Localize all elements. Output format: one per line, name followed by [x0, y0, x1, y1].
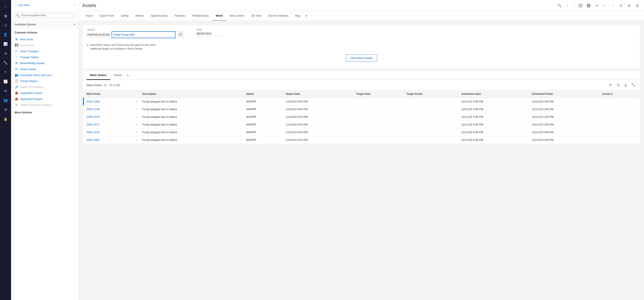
- undo-toolbar-button[interactable]: ↩: [593, 2, 600, 9]
- sidebar-collapse-icon[interactable]: ›: [74, 3, 75, 7]
- application-export-action[interactable]: 📤 Application Export: [14, 96, 75, 102]
- tab-relationships[interactable]: Relationships: [189, 11, 212, 21]
- clear-changes-action[interactable]: ↩ Clear Changes: [14, 48, 75, 54]
- print-button[interactable]: 🖨: [626, 2, 632, 9]
- description-column-header[interactable]: Description: [140, 90, 244, 98]
- tab-meters[interactable]: Meters: [132, 11, 147, 21]
- create-report-action[interactable]: 📋 Create Report: [14, 78, 75, 84]
- associate-users-action[interactable]: 👥 Associate Users and Cus...: [14, 72, 75, 78]
- move-modify-action[interactable]: ⚙ Move/Modify Assets: [14, 60, 75, 66]
- asset-name-input[interactable]: [112, 31, 176, 38]
- tab-work[interactable]: Work: [212, 11, 226, 21]
- actual-s-column-header[interactable]: Actual S: [600, 90, 640, 98]
- status-date-column-header[interactable]: Status Date: [283, 90, 354, 98]
- tabs-more-button[interactable]: ▾: [304, 11, 309, 21]
- tab-asset[interactable]: Asset: [82, 11, 96, 21]
- tools-icon[interactable]: 🔧: [1, 58, 10, 67]
- scheduled-finish-column-header[interactable]: Scheduled Finish: [529, 90, 600, 98]
- asset-id-value: PMPDEVICE005: [87, 32, 110, 38]
- expand-row-icon[interactable]: ›: [136, 116, 137, 118]
- dashboard-icon[interactable]: ▦: [1, 12, 10, 20]
- table-row[interactable]: DHD-1046›Pump stopped due to failureWAPP…: [83, 106, 640, 113]
- expand-cell[interactable]: ›: [134, 113, 140, 121]
- forward-nav-button[interactable]: →: [610, 2, 616, 9]
- table-row[interactable]: DHD-1076›Pump stopped due to failureWAPP…: [83, 113, 640, 121]
- work-orders-tab[interactable]: Work Orders: [86, 71, 110, 80]
- expand-cell[interactable]: ›: [134, 136, 140, 144]
- table-row[interactable]: DHD-1071›Pump stopped due to failureWAPP…: [83, 121, 640, 128]
- print2-button[interactable]: 🖨: [634, 2, 640, 9]
- download-button[interactable]: [623, 82, 629, 88]
- expand-cell[interactable]: ›: [134, 106, 140, 113]
- filter-button[interactable]: [607, 82, 613, 88]
- work-orders-count: Work Orders (1 - 20 of 20): [86, 84, 120, 87]
- actual-s-cell: [600, 106, 640, 113]
- targetStart-cell: [354, 98, 404, 106]
- table-row[interactable]: DHD-1056›Pump stopped due to failureWAPP…: [83, 98, 640, 106]
- work-order-cell[interactable]: DHD-1076: [84, 113, 134, 121]
- work-tabs-more-button[interactable]: ▾: [126, 71, 130, 80]
- asset-lookup-button[interactable]: [177, 31, 184, 38]
- back-arrow-icon: ←: [14, 4, 17, 7]
- expand-row-icon[interactable]: ›: [136, 108, 137, 111]
- expand-cell[interactable]: ›: [134, 121, 140, 128]
- tab-service-address[interactable]: Service Address: [265, 11, 292, 21]
- status-cell: WAPPR: [244, 128, 283, 136]
- work-order-cell[interactable]: DHD-1043: [84, 128, 134, 136]
- work-order-cell[interactable]: DHD-1046: [84, 106, 134, 113]
- tab-map[interactable]: Map: [292, 11, 304, 21]
- available-queries[interactable]: Available Queries ▾: [11, 21, 78, 28]
- target-finish-column-header[interactable]: Target Finish: [404, 90, 459, 98]
- view-work-details-button[interactable]: View Work Details: [346, 55, 377, 62]
- chart-icon[interactable]: 📊: [1, 40, 10, 48]
- grid-icon[interactable]: ⊞: [1, 105, 10, 114]
- work-order-column-header[interactable]: Work Order: [84, 90, 134, 98]
- change-status-action[interactable]: ⋮ Change Status: [14, 54, 75, 60]
- analytics-icon[interactable]: 📈: [1, 77, 10, 86]
- overflow-menu-button[interactable]: ⋮: [564, 2, 571, 9]
- history-toolbar-button[interactable]: ◷: [618, 2, 624, 9]
- back-nav-button[interactable]: ←: [602, 2, 608, 9]
- tab-safety[interactable]: Safety: [117, 11, 132, 21]
- expand-cell[interactable]: ›: [134, 98, 140, 106]
- tickets-tab[interactable]: Tickets: [110, 71, 126, 80]
- swap-assets-action[interactable]: ⟳ Swap Assets: [14, 66, 75, 72]
- tab-spare-parts[interactable]: Spare Parts: [96, 11, 118, 21]
- home-icon[interactable]: ⌂: [1, 2, 10, 11]
- save-toolbar-button[interactable]: [585, 2, 592, 9]
- lock-icon[interactable]: 🔒: [1, 115, 10, 123]
- users-icon[interactable]: 👥: [1, 96, 10, 104]
- work-order-cell[interactable]: DHD-1071: [84, 121, 134, 128]
- list-view-back[interactable]: ← List View: [14, 4, 30, 7]
- list-icon[interactable]: ≡: [1, 68, 10, 76]
- work-order-cell[interactable]: DHD-1064: [84, 136, 134, 144]
- scheduled-start-column-header[interactable]: Scheduled Start: [459, 90, 529, 98]
- filter-add-button[interactable]: [615, 82, 621, 88]
- add-button[interactable]: [577, 2, 584, 9]
- user-icon[interactable]: 👤: [1, 30, 10, 39]
- work-order-cell[interactable]: DHD-1056: [84, 98, 134, 106]
- expand-row-icon[interactable]: ›: [136, 123, 137, 126]
- expand-row-icon[interactable]: ›: [136, 100, 137, 103]
- tab-features[interactable]: Features: [171, 11, 189, 21]
- tab-work-zones[interactable]: Work Zones: [226, 11, 248, 21]
- tag-icon[interactable]: ⊕: [1, 49, 10, 58]
- expand-row-icon[interactable]: ›: [136, 139, 137, 141]
- history-icon[interactable]: ◷: [1, 21, 10, 30]
- tab-specifications[interactable]: Specifications: [147, 11, 171, 21]
- tab-3d-view[interactable]: 3D View: [248, 11, 265, 21]
- new-asset-action[interactable]: ⊕ New Asset: [14, 36, 75, 42]
- expand-button[interactable]: [630, 82, 636, 88]
- targetStart-cell: [354, 106, 404, 113]
- search-button[interactable]: 🔍: [556, 2, 563, 9]
- application-import-action[interactable]: 📥 Application Import: [14, 90, 75, 96]
- sidebar-search-input[interactable]: [14, 12, 75, 18]
- expand-row-icon[interactable]: ›: [136, 131, 137, 134]
- sidebar: ← List View › 🔍 Available Queries ▾ Comm…: [11, 0, 79, 300]
- table-row[interactable]: DHD-1064›Pump stopped due to failureWAPP…: [83, 136, 640, 144]
- target-start-column-header[interactable]: Target Start: [354, 90, 404, 98]
- expand-cell[interactable]: ›: [134, 128, 140, 136]
- status-column-header[interactable]: Status: [244, 90, 283, 98]
- table-row[interactable]: DHD-1043›Pump stopped due to failureWAPP…: [83, 128, 640, 136]
- settings-icon[interactable]: ⚙: [1, 87, 10, 95]
